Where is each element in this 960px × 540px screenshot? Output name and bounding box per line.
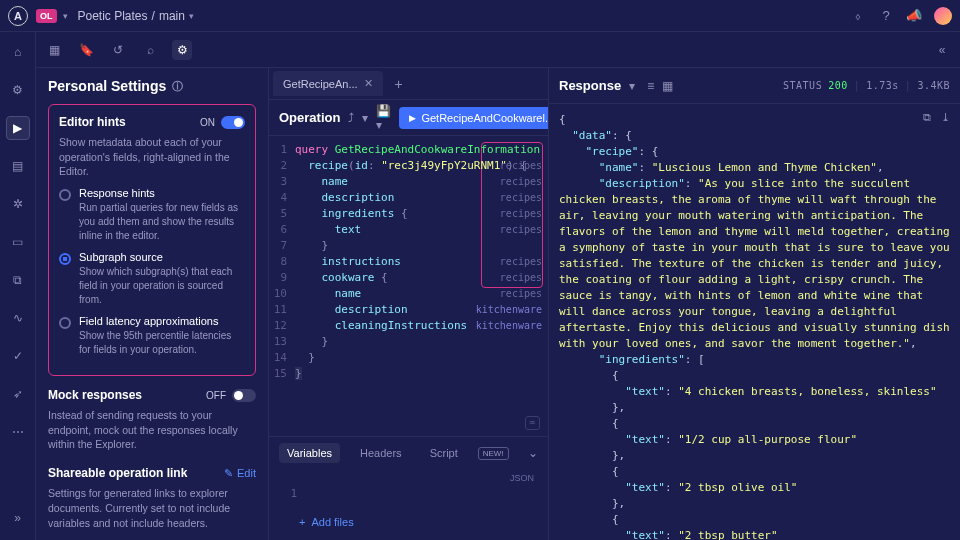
radio-field-latency[interactable]: Field latency approximations Show the 95… <box>59 315 245 357</box>
add-files-button[interactable]: + Add files <box>269 508 548 540</box>
help-icon[interactable]: ? <box>878 8 894 24</box>
operation-header: Operation ⤴ ▾ 💾▾ GetRecipeAndCookwarel..… <box>269 100 548 136</box>
tabs-row: GetRecipeAn... ✕ + <box>269 68 548 100</box>
search-icon[interactable]: ⌕ <box>140 40 160 60</box>
nav-tune-icon[interactable]: ⚙ <box>6 78 30 102</box>
history-icon[interactable]: ↺ <box>108 40 128 60</box>
nav-home-icon[interactable]: ⌂ <box>6 40 30 64</box>
download-icon[interactable]: ⤓ <box>941 110 950 126</box>
nav-explorer-icon[interactable]: ▶ <box>6 116 30 140</box>
section-title: Shareable operation link <box>48 466 187 480</box>
chevron-down-icon[interactable]: ▾ <box>63 11 68 21</box>
chevron-down-icon[interactable]: ⌄ <box>528 446 538 460</box>
org-badge[interactable]: OL <box>36 9 57 23</box>
tab-headers[interactable]: Headers <box>352 443 410 463</box>
page-title: Personal Settings ⓘ <box>48 78 256 94</box>
avatar[interactable] <box>934 7 952 25</box>
response-header: Response ▾ ≡ ▦ STATUS 200 | 1.73s | 3.4K… <box>549 68 960 104</box>
topbar: A OL ▾ Poetic Plates / main ▾ ⬨ ? 📣 <box>0 0 960 32</box>
megaphone-icon[interactable]: 📣 <box>906 8 922 24</box>
info-icon[interactable]: ⓘ <box>172 79 183 94</box>
nav-card-icon[interactable]: ▭ <box>6 230 30 254</box>
link-icon[interactable]: ⤴ <box>348 111 354 125</box>
editor-hints-section: Editor hints ON Show metadata about each… <box>48 104 256 376</box>
radio-response-hints[interactable]: Response hints Run partial queries for n… <box>59 187 245 243</box>
section-desc: Show metadata about each of your operati… <box>59 135 245 179</box>
new-badge: NEW! <box>478 447 509 460</box>
breadcrumb-project: Poetic Plates <box>78 9 148 23</box>
response-time: 1.73s <box>866 80 899 91</box>
operation-title: Operation <box>279 110 340 125</box>
section-title: Mock responses <box>48 388 142 402</box>
docs-icon[interactable]: ▦ <box>44 40 64 60</box>
status-code: 200 <box>828 80 848 91</box>
breadcrumb[interactable]: Poetic Plates / main ▾ <box>78 9 194 23</box>
view-table-icon[interactable]: ▦ <box>662 79 673 93</box>
tab-variables[interactable]: Variables <box>279 443 340 463</box>
chevron-down-icon[interactable]: ▾ <box>629 79 635 93</box>
nav-rocket-icon[interactable]: ➶ <box>6 382 30 406</box>
operation-tab[interactable]: GetRecipeAn... ✕ <box>273 71 383 96</box>
nav-pulse-icon[interactable]: ∿ <box>6 306 30 330</box>
collapse-icon[interactable]: « <box>932 40 952 60</box>
operation-column: GetRecipeAn... ✕ + Operation ⤴ ▾ 💾▾ GetR… <box>268 68 548 540</box>
tab-script[interactable]: Script <box>422 443 466 463</box>
toolbar: ▦ 🔖 ↺ ⌕ ⚙ « <box>36 32 960 68</box>
nav-graph-icon[interactable]: ✲ <box>6 192 30 216</box>
bookmark-icon[interactable]: 🔖 <box>76 40 96 60</box>
response-body[interactable]: ⧉⤓{ "data": { "recipe": { "name": "Lusci… <box>549 104 960 540</box>
share-section: Shareable operation link ✎ Edit Settings… <box>48 466 256 530</box>
copy-icon[interactable]: ⧉ <box>923 110 931 126</box>
json-label: JSON <box>279 473 538 483</box>
response-size: 3.4KB <box>917 80 950 91</box>
settings-pane: Personal Settings ⓘ Editor hints ON Show… <box>36 68 268 540</box>
nav-doc-icon[interactable]: ▤ <box>6 154 30 178</box>
editor-hints-toggle[interactable] <box>221 116 245 129</box>
radio-icon <box>59 189 71 201</box>
edit-link[interactable]: ✎ Edit <box>224 467 256 480</box>
chevron-down-icon: ▾ <box>189 11 194 21</box>
mock-toggle[interactable] <box>232 389 256 402</box>
close-icon[interactable]: ✕ <box>364 77 373 90</box>
toggle-state: OFF <box>206 390 226 401</box>
nav-check-icon[interactable]: ✓ <box>6 344 30 368</box>
nav-more-icon[interactable]: ⋯ <box>6 420 30 444</box>
logo[interactable]: A <box>8 6 28 26</box>
chevron-down-icon[interactable]: ▾ <box>362 111 368 125</box>
breadcrumb-branch: main <box>159 9 185 23</box>
graduate-icon[interactable]: ⬨ <box>850 8 866 24</box>
sidenav: ⌂ ⚙ ▶ ▤ ✲ ▭ ⧉ ∿ ✓ ➶ ⋯ » <box>0 32 36 540</box>
vars-section: Variables Headers Script NEW! ⌄ JSON 1 +… <box>269 436 548 540</box>
view-json-icon[interactable]: ≡ <box>647 79 654 93</box>
nav-expand-icon[interactable]: » <box>6 506 30 530</box>
radio-subgraph-source[interactable]: Subgraph source Show which subgraph(s) t… <box>59 251 245 307</box>
response-column: Response ▾ ≡ ▦ STATUS 200 | 1.73s | 3.4K… <box>548 68 960 540</box>
radio-icon <box>59 317 71 329</box>
code-editor[interactable]: 1query GetRecipeAndCookwareInformation {… <box>269 136 548 436</box>
run-button[interactable]: GetRecipeAndCookwarel... <box>399 107 564 129</box>
save-icon[interactable]: 💾▾ <box>376 104 391 132</box>
keyboard-icon[interactable]: ⌨ <box>525 416 540 430</box>
nav-devices-icon[interactable]: ⧉ <box>6 268 30 292</box>
settings-icon[interactable]: ⚙ <box>172 40 192 60</box>
radio-icon <box>59 253 71 265</box>
status-label: STATUS <box>783 80 822 91</box>
section-title: Editor hints <box>59 115 126 129</box>
toggle-state: ON <box>200 117 215 128</box>
add-tab-icon[interactable]: + <box>395 76 403 92</box>
response-title: Response <box>559 78 621 93</box>
mock-section: Mock responses OFF Instead of sending re… <box>48 388 256 452</box>
